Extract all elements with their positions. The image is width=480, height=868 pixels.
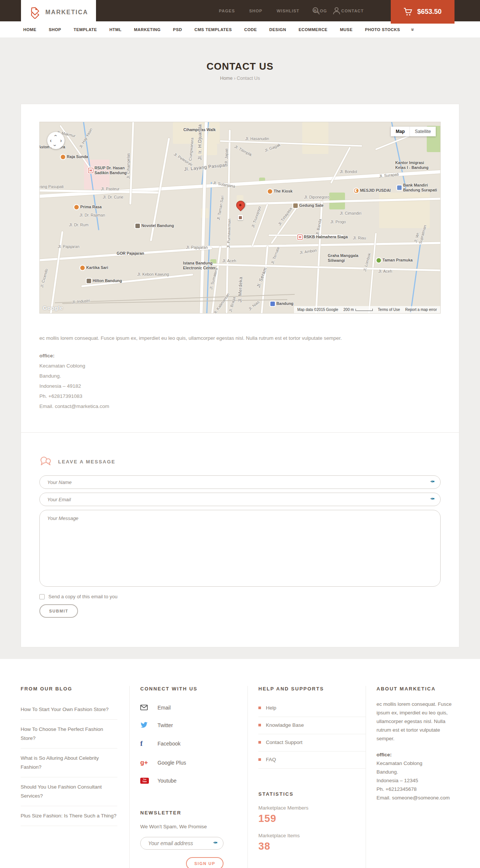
- help-link[interactable]: Contact Support: [258, 734, 366, 751]
- bullet-icon: [258, 758, 261, 761]
- blog-link[interactable]: What is So Alluring About Celebrity Fash…: [21, 748, 117, 777]
- map-street-label: Jl. Pasteur: [101, 187, 120, 191]
- search-icon[interactable]: [312, 6, 321, 15]
- pan-up-icon[interactable]: ›: [53, 135, 57, 137]
- cart-total: $653.50: [417, 8, 441, 16]
- map-type-toggle: Map Satellite: [391, 127, 436, 136]
- blog-links: How To Start Your Own Fashion Store?How …: [21, 700, 117, 826]
- map-street-label: Taman Pramuka: [376, 258, 412, 263]
- map-street-label: Jl. Pajajaran: [58, 244, 80, 249]
- newsletter-email-input[interactable]: [140, 837, 224, 850]
- signup-button[interactable]: SIGN UP: [186, 857, 224, 868]
- cart-button[interactable]: $653.50: [391, 0, 454, 24]
- help-link[interactable]: Knowladge Base: [258, 717, 366, 734]
- send-copy-checkbox[interactable]: [39, 594, 45, 599]
- category-nav-link[interactable]: MARKETING: [134, 27, 160, 32]
- map-street-label: HRSKB Halmahera Siaga: [298, 235, 348, 239]
- help-link[interactable]: FAQ: [258, 751, 366, 769]
- breadcrumb-current: Contact Us: [237, 76, 260, 81]
- about-office-label: office:: [376, 750, 459, 759]
- pan-down-icon[interactable]: ›: [53, 145, 57, 146]
- about-text: ec mollis lorem consequat. Fusce ipsum e…: [376, 700, 459, 743]
- social-link[interactable]: f g+ YouTube Youtube: [140, 773, 248, 788]
- header-nav-link[interactable]: WISHLIST: [277, 9, 300, 13]
- submit-button[interactable]: SUBMIT: [39, 604, 78, 618]
- category-nav-link[interactable]: TEMPLATE: [74, 27, 97, 32]
- email-field-wrap: ✒: [39, 493, 441, 506]
- social-link[interactable]: f g+ YouTube Google Plus: [140, 754, 248, 771]
- help-link-label: Help: [266, 705, 276, 711]
- office-address-line: Ph. +62817391083: [39, 391, 441, 401]
- logo[interactable]: MARKETICA: [21, 0, 96, 25]
- tag-logo-icon: [29, 6, 42, 19]
- email-input[interactable]: [39, 493, 441, 506]
- more-categories-chevron-icon[interactable]: »: [410, 28, 416, 31]
- google-watermark: Google: [43, 305, 63, 311]
- pan-left-icon[interactable]: ‹: [50, 139, 52, 142]
- category-nav-link[interactable]: CMS TEMPLATES: [194, 27, 232, 32]
- map-street-label: Jl. Industri: [72, 298, 90, 305]
- map-street-label: Prima Rasa: [74, 205, 102, 209]
- header-nav-link[interactable]: PAGES: [219, 9, 235, 13]
- satellite-view-button[interactable]: Satellite: [410, 127, 436, 136]
- category-nav-link[interactable]: DESIGN: [269, 27, 286, 32]
- send-copy-row[interactable]: Send a copy of this email to you: [39, 594, 441, 599]
- social-link[interactable]: f g+ YouTube Facebook: [140, 735, 248, 752]
- category-nav-link[interactable]: MUSE: [340, 27, 352, 32]
- help-link-label: Knowladge Base: [266, 722, 304, 728]
- statistic-label: Marketplace Members: [258, 805, 366, 811]
- food-icon: [74, 205, 79, 209]
- statistic-item: Marketplace Members 159: [258, 805, 366, 825]
- help-link[interactable]: Help: [258, 700, 366, 717]
- social-link[interactable]: f g+ YouTube Email: [140, 700, 248, 715]
- map-street-label: Jl. Ambon: [299, 248, 317, 255]
- map-view-button[interactable]: Map: [391, 127, 410, 136]
- map-street-label: Kantor Imigrasi Kelas I - Bandung: [395, 160, 429, 170]
- category-nav-link[interactable]: HTML: [110, 27, 122, 32]
- chat-bubbles-icon: [39, 456, 52, 467]
- about-address-line: Email. someone@someone.com: [376, 793, 459, 802]
- about-address-line: Ph. +6212345678: [376, 785, 459, 793]
- header-nav-link[interactable]: CONTACT: [341, 9, 364, 13]
- office-address-line: Kecamatan Coblong: [39, 361, 441, 371]
- message-textarea[interactable]: [39, 510, 441, 587]
- office-address-line: Indonesia – 49182: [39, 381, 441, 391]
- category-nav-link[interactable]: HOME: [23, 27, 36, 32]
- blog-link[interactable]: Should You Use Fashion Consultant Servic…: [21, 777, 117, 806]
- breadcrumb-home-link[interactable]: Home: [220, 76, 232, 81]
- top-header: MARKETICA PAGESSHOPWISHLISTBLOGCONTACT $…: [0, 0, 480, 21]
- statistics-list: Marketplace Members 159 Marketplace Item…: [258, 805, 366, 852]
- google-map[interactable]: Cihampelas WalkJl. MakmurJl. Haji YasinJ…: [39, 122, 441, 314]
- help-heading: HELP AND SUPPORTS: [258, 686, 366, 692]
- blog-link[interactable]: How To Start Your Own Fashion Store?: [21, 700, 117, 720]
- office-label: office:: [39, 351, 441, 361]
- blog-link[interactable]: Plus Size Fashion: Is There Such a Thing…: [21, 806, 117, 826]
- name-field-wrap: ✒: [39, 475, 441, 489]
- terms-of-use-link[interactable]: Terms of Use: [378, 308, 400, 312]
- about-address-line: Indonesia – 12345: [376, 776, 459, 785]
- category-nav-link[interactable]: PHOTO STOCKS: [365, 27, 400, 32]
- name-input[interactable]: [39, 475, 441, 489]
- pan-right-icon[interactable]: ›: [60, 139, 62, 142]
- category-nav-link[interactable]: ECOMMERCE: [298, 27, 327, 32]
- category-nav-link[interactable]: PSD: [173, 27, 182, 32]
- bullet-icon: [258, 707, 261, 709]
- map-pan-control[interactable]: › › ‹ ›: [47, 132, 64, 149]
- footer-about-column: ABOUT MARKETICA ec mollis lorem consequa…: [366, 686, 459, 868]
- blog-link[interactable]: How To Choose The Perfect Fashion Store?: [21, 720, 117, 748]
- leave-message-heading: LEAVE A MESSAGE: [58, 459, 116, 465]
- header-nav-link[interactable]: SHOP: [249, 9, 262, 13]
- food-icon: [61, 155, 65, 159]
- hotel-icon: [135, 224, 140, 228]
- logo-text: MARKETICA: [45, 9, 88, 16]
- category-nav-link[interactable]: CODE: [244, 27, 257, 32]
- social-link[interactable]: f g+ YouTube Twitter: [140, 717, 248, 733]
- map-street-label: ☾MESJID PUSDAI: [354, 188, 391, 193]
- map-street-label: Raja Sunda: [61, 154, 88, 159]
- google-plus-icon: f g+ YouTube: [140, 759, 149, 766]
- map-street-label: Istana Bandung Electronic Center: [183, 261, 216, 270]
- user-account-icon[interactable]: [332, 6, 341, 15]
- connect-heading: CONNECT WITH US: [140, 686, 248, 692]
- report-map-error-link[interactable]: Report a map error: [405, 308, 437, 312]
- category-nav-link[interactable]: SHOP: [49, 27, 61, 32]
